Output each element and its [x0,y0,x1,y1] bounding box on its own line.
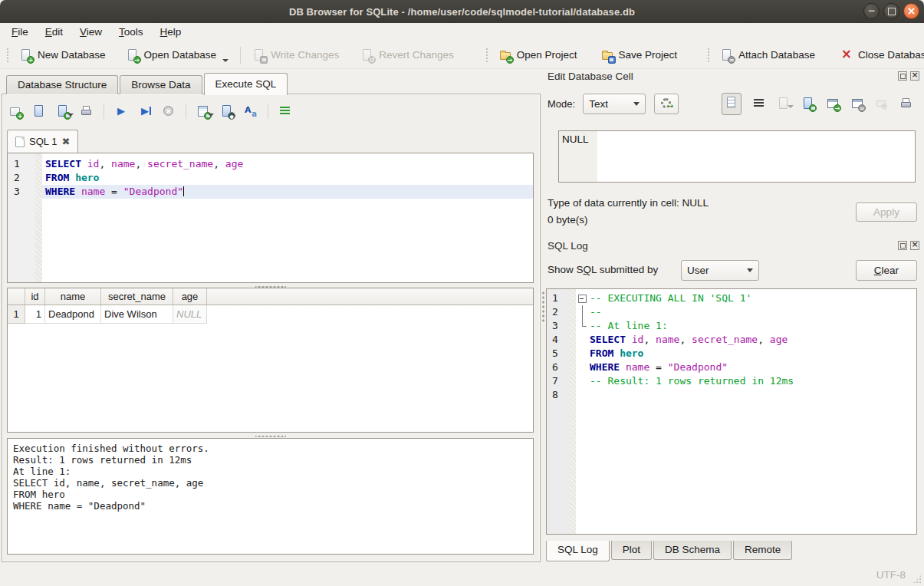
revert-changes-button: Revert Changes [353,44,461,66]
tab-execute-sql[interactable]: Execute SQL [204,73,288,95]
sql-log-view[interactable]: 1 -- EXECUTING ALL IN 'SQL 1' 2 -- 3 -- … [546,288,917,535]
toolbar-grip[interactable] [485,48,488,63]
print-icon[interactable] [899,97,913,110]
save-results-icon[interactable] [196,104,210,118]
results-header-row: id name secret_name age [8,288,533,305]
main-toolbar: New Database Open Database Write Changes… [0,41,924,69]
corner-header[interactable] [8,288,25,305]
tab-db-schema[interactable]: DB Schema [653,541,732,560]
word-wrap-icon[interactable] [752,97,766,110]
stop-icon [162,104,176,118]
fold-line-end [576,319,588,333]
code-line[interactable]: FROM hero [42,171,533,185]
link-icon[interactable] [850,97,864,110]
open-sql-file-icon[interactable] [32,104,46,118]
open-external-icon[interactable] [826,97,840,110]
dock-float-icon[interactable] [898,241,907,250]
close-icon[interactable] [903,3,919,19]
new-sql-tab-icon[interactable] [8,104,22,118]
write-changes-button: Write Changes [245,44,346,66]
dock-close-icon[interactable] [910,71,919,81]
titlebar[interactable]: DB Browser for SQLite - /home/user/code/… [0,0,924,23]
export-data-icon[interactable] [801,97,815,110]
column-header-name[interactable]: name [45,288,101,305]
column-header-id[interactable]: id [25,288,45,305]
execution-message[interactable]: Execution finished without errors. Resul… [7,438,534,555]
text-mode-button[interactable] [722,93,742,115]
sql-editor[interactable]: 1 SELECT id, name, secret_name, age 2 FR… [7,153,534,283]
cell-value-editor[interactable]: NULL [558,130,916,183]
panel-splitter[interactable] [540,291,546,322]
dock-float-icon[interactable] [898,71,907,81]
code-line[interactable]: WHERE name = "Deadpond" [42,185,533,199]
print-icon[interactable] [80,104,94,118]
tab-plot[interactable]: Plot [611,541,652,560]
save-project-icon [600,48,614,62]
open-database-button[interactable]: Open Database [119,44,236,66]
code-line[interactable]: SELECT id, name, secret_name, age [42,157,533,171]
open-project-icon [498,48,512,62]
mode-label: Mode: [547,98,575,110]
row-header[interactable]: 1 [8,305,25,324]
log-line: 2 -- [547,305,916,319]
main-tab-bar: Database Structure Browse Data Execute S… [6,73,289,94]
attach-database-button[interactable]: Attach Database [713,44,822,66]
open-database-dropdown-icon[interactable] [222,59,229,62]
cell-id[interactable]: 1 [25,305,45,324]
menu-tools[interactable]: Tools [110,23,152,41]
cell-secret-name[interactable]: Dive Wilson [101,305,173,324]
minimize-icon[interactable] [863,3,880,19]
window-title: DB Browser for SQLite - /home/user/code/… [289,6,635,18]
auto-switch-mode-icon [659,97,673,110]
open-project-button[interactable]: Open Project [492,44,584,66]
sql-tab-label: SQL 1 [29,136,57,147]
column-header-age[interactable]: age [173,288,207,305]
sql-document-tab[interactable]: SQL 1 [7,130,78,153]
menu-file[interactable]: File [3,23,37,41]
clear-button[interactable]: Clear [856,260,917,281]
db-browser-window: DB Browser for SQLite - /home/user/code/… [0,0,924,586]
sql-log-filter-select[interactable]: User [681,260,759,281]
column-header-secret-name[interactable]: secret_name [101,288,173,305]
edit-cell-title: Edit Database Cell [547,71,633,82]
editor-line-current[interactable]: 3 WHERE name = "Deadpond" [8,185,533,199]
save-sql-file-icon[interactable] [56,104,70,118]
close-database-button[interactable]: Close Database [833,44,924,66]
new-database-button[interactable]: New Database [12,44,113,66]
tab-sql-log[interactable]: SQL Log [546,541,610,561]
tab-browse-data[interactable]: Browse Data [120,75,202,94]
chevron-down-icon [633,102,640,106]
format-sql-icon[interactable] [244,104,258,118]
execute-all-icon[interactable] [114,104,128,118]
auto-switch-mode-button[interactable] [654,94,679,114]
cell-age[interactable]: NULL [173,305,207,324]
toolbar-grip[interactable] [6,48,9,63]
log-line: 6 WHERE name = "Deadpond" [547,360,916,374]
mode-select[interactable]: Text [583,94,646,114]
menubar: File Edit View Tools Help [0,23,924,41]
menu-view[interactable]: View [71,23,110,41]
find-replace-icon[interactable] [220,104,234,118]
word-wrap-icon[interactable] [278,104,292,118]
log-line: 3 -- At line 1: [547,319,916,333]
tab-database-structure[interactable]: Database Structure [6,75,118,94]
dock-close-icon[interactable] [910,241,919,250]
editor-line[interactable]: 2 FROM hero [8,171,533,185]
close-tab-icon[interactable] [61,137,70,146]
collapse-marker-icon[interactable] [576,291,588,305]
menu-edit[interactable]: Edit [37,23,71,41]
window-controls [863,3,919,19]
resize-grip[interactable] [912,574,922,584]
editor-line[interactable]: 1 SELECT id, name, secret_name, age [8,157,533,171]
line-number: 3 [8,185,35,199]
log-line: 4 SELECT id, name, secret_name, age [547,333,916,347]
tab-remote[interactable]: Remote [733,541,792,560]
menu-help[interactable]: Help [152,23,190,41]
toolbar-grip[interactable] [707,48,710,63]
execute-current-line-icon[interactable] [138,104,152,118]
revert-changes-icon [360,48,374,62]
maximize-icon[interactable] [883,3,899,19]
cell-size-info: 0 byte(s) [547,214,588,226]
save-project-button[interactable]: Save Project [594,44,685,66]
cell-name[interactable]: Deadpond [45,305,101,324]
